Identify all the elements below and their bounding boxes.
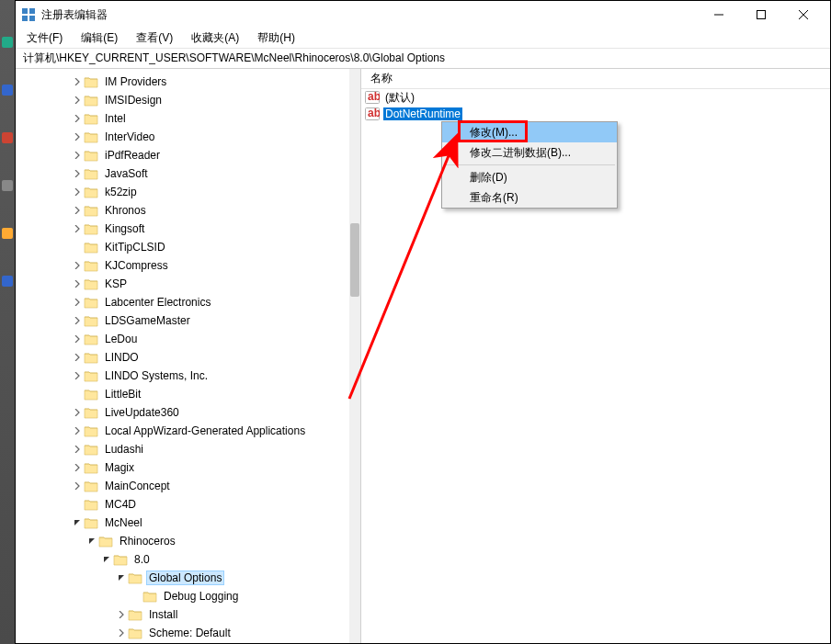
tree-node[interactable]: KSP bbox=[16, 275, 349, 293]
close-button[interactable] bbox=[782, 1, 825, 28]
tree-node[interactable]: Kingsoft bbox=[16, 220, 349, 238]
tree-node-label: LINDO bbox=[102, 350, 142, 365]
tree-node[interactable]: Labcenter Electronics bbox=[16, 293, 349, 311]
maximize-button[interactable] bbox=[740, 1, 782, 28]
chevron-right-icon[interactable] bbox=[115, 608, 128, 621]
value-row[interactable]: ab(默认) bbox=[361, 89, 830, 106]
folder-icon bbox=[84, 333, 98, 345]
tree-node[interactable]: KitTipCLSID bbox=[16, 238, 349, 256]
context-menu-item[interactable]: 删除(D) bbox=[442, 167, 617, 187]
scrollbar-thumb[interactable] bbox=[350, 223, 359, 297]
chevron-right-icon[interactable] bbox=[71, 167, 84, 180]
column-name[interactable]: 名称 bbox=[365, 69, 398, 88]
chevron-right-icon[interactable] bbox=[71, 259, 84, 272]
tree-node-label: IMSIDesign bbox=[102, 93, 165, 107]
menu-favorites[interactable]: 收藏夹(A) bbox=[184, 28, 246, 49]
tree-node[interactable]: 8.0 bbox=[16, 550, 349, 569]
expander-none bbox=[71, 388, 84, 401]
desktop-background bbox=[0, 0, 15, 644]
tree-node-label: 8.0 bbox=[131, 552, 153, 567]
chevron-right-icon[interactable] bbox=[71, 204, 84, 217]
menu-file[interactable]: 文件(F) bbox=[19, 28, 70, 49]
titlebar[interactable]: 注册表编辑器 bbox=[16, 1, 830, 28]
tree-node[interactable]: LeDou bbox=[16, 330, 349, 348]
folder-icon bbox=[84, 112, 98, 125]
chevron-right-icon[interactable] bbox=[115, 627, 128, 639]
tree-node-label: k52zip bbox=[102, 185, 140, 199]
tree-node[interactable]: Khronos bbox=[16, 201, 349, 220]
address-path[interactable]: 计算机\HKEY_CURRENT_USER\SOFTWARE\McNeel\Rh… bbox=[19, 50, 826, 67]
chevron-down-icon[interactable] bbox=[115, 571, 128, 584]
tree-node[interactable]: IM Providers bbox=[16, 73, 349, 91]
chevron-right-icon[interactable] bbox=[71, 277, 84, 290]
tree-node[interactable]: Intel bbox=[16, 109, 349, 128]
chevron-down-icon[interactable] bbox=[71, 516, 84, 529]
chevron-right-icon[interactable] bbox=[71, 130, 84, 143]
svg-rect-0 bbox=[22, 8, 28, 14]
tree-node[interactable]: IMSIDesign bbox=[16, 91, 349, 109]
chevron-right-icon[interactable] bbox=[71, 112, 84, 125]
tree-node[interactable]: LINDO bbox=[16, 348, 349, 367]
svg-rect-3 bbox=[29, 16, 35, 21]
chevron-right-icon[interactable] bbox=[71, 461, 84, 474]
context-menu-item[interactable]: 重命名(R) bbox=[442, 187, 617, 208]
context-menu-item[interactable]: 修改(M)... bbox=[442, 122, 617, 142]
chevron-right-icon[interactable] bbox=[71, 369, 84, 382]
app-icon bbox=[21, 7, 36, 22]
folder-icon bbox=[84, 186, 98, 198]
tree-node[interactable]: KJCompress bbox=[16, 256, 349, 275]
tree-node-label: Rhinoceros bbox=[117, 534, 178, 548]
context-menu-item[interactable]: 修改二进制数据(B)... bbox=[442, 142, 617, 163]
tree-scrollbar[interactable] bbox=[349, 69, 360, 643]
chevron-right-icon[interactable] bbox=[71, 351, 84, 364]
chevron-right-icon[interactable] bbox=[71, 443, 84, 456]
tree-node[interactable]: Scheme: Default bbox=[16, 624, 349, 642]
tree-node[interactable]: MC4D bbox=[16, 495, 349, 514]
value-row[interactable]: abDotNetRuntime bbox=[361, 106, 830, 122]
tree-node[interactable]: JavaSoft bbox=[16, 164, 349, 183]
tree-node[interactable]: Rhinoceros bbox=[16, 532, 349, 550]
key-tree[interactable]: IM ProvidersIMSIDesignIntelInterVideoiPd… bbox=[16, 69, 349, 642]
chevron-down-icon[interactable] bbox=[100, 553, 113, 566]
chevron-right-icon[interactable] bbox=[71, 314, 84, 327]
tree-node[interactable]: Install bbox=[16, 605, 349, 624]
tree-node-label: Local AppWizard-Generated Applications bbox=[102, 424, 308, 438]
chevron-right-icon[interactable] bbox=[71, 480, 84, 492]
tree-node[interactable]: k52zip bbox=[16, 183, 349, 201]
folder-icon bbox=[84, 94, 98, 107]
chevron-down-icon[interactable] bbox=[85, 535, 98, 548]
tree-node[interactable]: McNeel bbox=[16, 514, 349, 532]
chevron-right-icon[interactable] bbox=[71, 296, 84, 309]
menu-help[interactable]: 帮助(H) bbox=[250, 28, 302, 49]
tree-node[interactable]: LittleBit bbox=[16, 385, 349, 403]
chevron-right-icon[interactable] bbox=[71, 406, 84, 419]
values-list[interactable]: ab(默认)abDotNetRuntime bbox=[361, 89, 830, 122]
tree-node[interactable]: LDSGameMaster bbox=[16, 311, 349, 330]
tree-node[interactable]: Magix bbox=[16, 458, 349, 477]
tree-node[interactable]: MainConcept bbox=[16, 477, 349, 495]
context-menu-gutter bbox=[442, 167, 466, 187]
chevron-right-icon[interactable] bbox=[71, 424, 84, 437]
chevron-right-icon[interactable] bbox=[71, 222, 84, 235]
tree-node[interactable]: Local AppWizard-Generated Applications bbox=[16, 422, 349, 440]
menu-view[interactable]: 查看(V) bbox=[129, 28, 180, 49]
context-menu-item-label: 修改(M)... bbox=[470, 125, 518, 141]
chevron-right-icon[interactable] bbox=[71, 75, 84, 88]
tree-node[interactable]: LINDO Systems, Inc. bbox=[16, 367, 349, 385]
tree-node[interactable]: InterVideo bbox=[16, 128, 349, 146]
chevron-right-icon[interactable] bbox=[71, 149, 84, 162]
tree-node[interactable]: Global Options bbox=[16, 569, 349, 587]
tree-node-label: LeDou bbox=[102, 332, 140, 346]
values-header[interactable]: 名称 bbox=[361, 69, 830, 89]
tree-node[interactable]: iPdfReader bbox=[16, 146, 349, 164]
tree-node[interactable]: Ludashi bbox=[16, 440, 349, 458]
chevron-right-icon[interactable] bbox=[71, 333, 84, 345]
window-title: 注册表编辑器 bbox=[41, 7, 108, 23]
chevron-right-icon[interactable] bbox=[71, 94, 84, 107]
tree-node-label: LittleBit bbox=[102, 387, 143, 401]
chevron-right-icon[interactable] bbox=[71, 186, 84, 198]
tree-node[interactable]: Debug Logging bbox=[16, 587, 349, 605]
tree-node[interactable]: LiveUpdate360 bbox=[16, 403, 349, 422]
menu-edit[interactable]: 编辑(E) bbox=[74, 28, 125, 49]
minimize-button[interactable] bbox=[698, 1, 740, 28]
